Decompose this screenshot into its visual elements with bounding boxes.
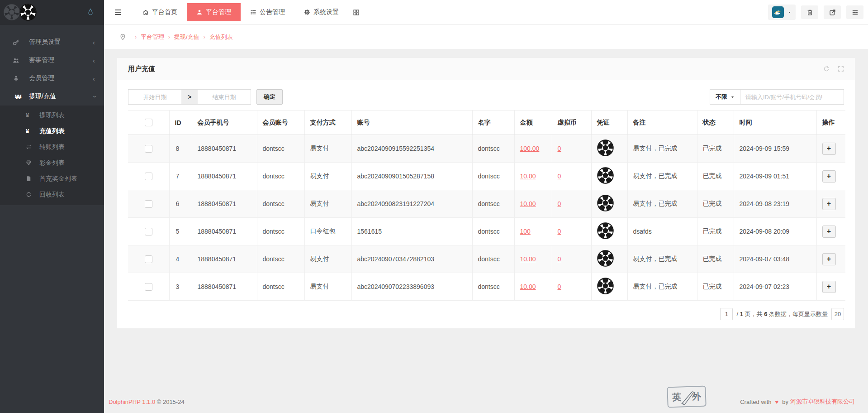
cell-action: + <box>816 245 845 273</box>
cell-phone: 18880450871 <box>192 190 257 218</box>
sidebar-item-withdraw-recharge[interactable]: ₩提现/充值‹ <box>0 87 104 106</box>
pagination-current-page[interactable]: 1 <box>720 308 733 320</box>
row-checkbox[interactable] <box>145 200 152 208</box>
virtual-coin-link[interactable]: 0 <box>558 200 561 207</box>
sidebar-item-bonus-list[interactable]: 彩金列表 <box>0 155 104 171</box>
expand-row-button[interactable]: + <box>822 143 836 155</box>
cell-virtual-coin: 0 <box>552 190 591 218</box>
cell-virtual-coin: 0 <box>552 163 591 190</box>
expand-row-button[interactable]: + <box>822 170 836 182</box>
breadcrumb-link[interactable]: 充值列表 <box>209 33 233 41</box>
row-checkbox[interactable] <box>145 145 152 153</box>
navbar-toolbar <box>768 5 863 20</box>
voucher-image[interactable] <box>597 250 614 267</box>
virtual-coin-link[interactable]: 0 <box>558 145 561 152</box>
cell-name: dontscc <box>472 218 514 245</box>
external-icon <box>829 9 836 16</box>
row-checkbox[interactable] <box>145 283 152 291</box>
sidebar-item-recharge-list[interactable]: ¥充值列表 <box>0 123 104 139</box>
sidebar-item-transfer-list[interactable]: 转账列表 <box>0 139 104 155</box>
external-link-button[interactable] <box>824 5 841 19</box>
nav-tab-system-settings[interactable]: 系统设置 <box>294 3 348 21</box>
voucher-image[interactable] <box>597 195 614 211</box>
sidebar-item-admin-settings[interactable]: 管理员设置‹ <box>0 33 104 51</box>
search-input[interactable] <box>740 89 844 105</box>
cell-action: + <box>816 163 845 190</box>
sidebar-logo-bar <box>0 0 104 25</box>
top-nav-tabs: 平台首页平台管理公告管理系统设置 <box>133 0 348 25</box>
amount-link[interactable]: 100.00 <box>520 145 540 152</box>
breadcrumb-link[interactable]: 平台管理 <box>141 33 164 41</box>
sidebar-item-label: 充值列表 <box>39 127 65 135</box>
cell-name: dontscc <box>472 163 514 190</box>
row-checkbox[interactable] <box>145 255 152 263</box>
nav-tab-platform-home[interactable]: 平台首页 <box>133 3 187 21</box>
fullscreen-icon[interactable] <box>838 66 844 72</box>
virtual-coin-link[interactable]: 0 <box>558 283 561 290</box>
soccer-ball-icon <box>597 195 614 211</box>
sidebar-item-label: 提现/充值 <box>29 92 56 101</box>
cell <box>128 245 169 273</box>
select-all-checkbox[interactable] <box>145 119 152 126</box>
cell-status: 已完成 <box>697 163 734 190</box>
cell-action: + <box>816 190 845 218</box>
confirm-button[interactable]: 确定 <box>256 89 283 105</box>
amount-link[interactable]: 10.00 <box>520 283 536 290</box>
cell-pay-method: 易支付 <box>304 163 351 190</box>
cell-id: 7 <box>169 163 192 190</box>
cell-amount: 10.00 <box>514 190 552 218</box>
breadcrumb: ›平台管理›提现/充值›充值列表 <box>104 25 868 49</box>
gear-icon <box>304 9 310 15</box>
amount-link[interactable]: 10.00 <box>520 255 536 263</box>
footer-company-link[interactable]: 河源市卓锐科技有限公司 <box>790 398 855 406</box>
virtual-coin-link[interactable]: 0 <box>558 255 561 263</box>
hamburger-menu-icon[interactable] <box>114 8 122 16</box>
droplet-icon <box>87 8 94 19</box>
logo-dropdown-button[interactable] <box>768 5 796 20</box>
cell <box>128 218 169 245</box>
footer-brand-link[interactable]: DolphinPHP 1.1.0 <box>109 399 155 405</box>
breadcrumb-link[interactable]: 提现/充值 <box>174 33 199 41</box>
voucher-image[interactable] <box>597 167 614 184</box>
voucher-image[interactable] <box>597 139 614 156</box>
end-date-input[interactable] <box>198 89 251 105</box>
sidebar-item-match-management[interactable]: 赛事管理‹ <box>0 51 104 69</box>
scope-dropdown-button[interactable]: 不限 <box>710 89 740 105</box>
cell-pay-method: 易支付 <box>304 135 351 163</box>
refresh-icon[interactable] <box>823 66 830 72</box>
voucher-image[interactable] <box>597 278 614 294</box>
expand-row-button[interactable]: + <box>822 253 836 265</box>
pagination: 1/ 1 页，共 6 条数据，每页显示数量20 <box>128 308 844 320</box>
sidebar-item-withdraw-list[interactable]: ¥提现列表 <box>0 107 104 123</box>
table-body: 818880450871dontscc易支付abc202409091559225… <box>128 135 845 301</box>
amount-link[interactable]: 10.00 <box>520 173 536 180</box>
expand-row-button[interactable]: + <box>822 226 836 238</box>
cell-time: 2024-09-07 02:23 <box>734 273 816 301</box>
sidebar-item-member-management[interactable]: 会员管理‹ <box>0 69 104 87</box>
nav-tab-platform-management[interactable]: 平台管理 <box>187 3 241 21</box>
voucher-image[interactable] <box>597 222 614 239</box>
amount-link[interactable]: 100 <box>520 228 531 235</box>
nav-tab-announcement-management[interactable]: 公告管理 <box>241 3 294 21</box>
grid-menu-icon[interactable] <box>353 9 360 16</box>
cell-member-account: dontscc <box>257 135 304 163</box>
virtual-coin-link[interactable]: 0 <box>558 173 561 180</box>
cell-member-account: dontscc <box>257 218 304 245</box>
virtual-coin-link[interactable]: 0 <box>558 228 561 235</box>
chevron-left-icon: ‹ <box>93 57 95 64</box>
sidebar-item-recycle-list[interactable]: 回收列表 <box>0 187 104 202</box>
person-icon <box>13 75 19 82</box>
start-date-input[interactable] <box>128 89 181 105</box>
cell-voucher <box>591 245 627 273</box>
list-button[interactable] <box>846 5 863 19</box>
sidebar-item-first-charge-bonus-list[interactable]: 首充奖金列表 <box>0 171 104 187</box>
row-checkbox[interactable] <box>145 228 152 235</box>
row-checkbox[interactable] <box>145 173 152 180</box>
expand-row-button[interactable]: + <box>822 198 836 210</box>
page-size-input[interactable]: 20 <box>831 308 844 320</box>
content-area: 用户充值 > 确定 <box>104 49 868 413</box>
amount-link[interactable]: 10.00 <box>520 200 536 207</box>
trash-button[interactable] <box>801 5 818 19</box>
expand-row-button[interactable]: + <box>822 281 836 293</box>
table-row: 518880450871dontscc口令红包1561615dontscc100… <box>128 218 845 245</box>
